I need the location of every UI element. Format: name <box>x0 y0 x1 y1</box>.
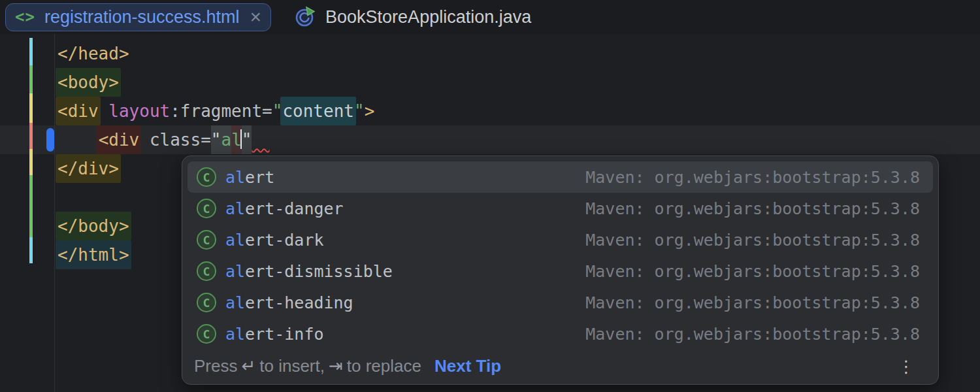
completion-item-label: alert-info <box>225 325 324 344</box>
completion-item-source: Maven: org.webjars:bootstrap:5.3.8 <box>585 293 920 312</box>
completion-item-label: alert <box>225 168 274 187</box>
tab-label: BookStoreApplication.java <box>325 7 531 27</box>
gutter-change-bars <box>29 38 33 263</box>
gutter-change-bar <box>29 149 33 175</box>
gutter-change-bar <box>29 65 33 93</box>
code-line: <div layout:fragment="content"> <box>57 97 374 125</box>
completion-item[interactable]: C alert Maven: org.webjars:bootstrap:5.3… <box>188 161 933 193</box>
gutter-change-bar <box>29 93 33 123</box>
completion-item-label: alert-dark <box>225 231 324 250</box>
more-options-icon[interactable]: ⋮ <box>898 358 915 375</box>
completion-item[interactable]: C alert-danger Maven: org.webjars:bootst… <box>188 193 933 224</box>
code-line: </head> <box>57 39 374 68</box>
code-line: <body> <box>57 68 374 97</box>
footer-hint-insert: to insert, <box>259 356 325 376</box>
css-class-icon: C <box>197 261 216 281</box>
completion-item-label: alert-dismissible <box>225 262 393 281</box>
completion-item[interactable]: C alert-dark Maven: org.webjars:bootstra… <box>188 224 933 255</box>
completion-popup: C alert Maven: org.webjars:bootstrap:5.3… <box>182 155 939 385</box>
gutter-change-bar <box>29 237 33 263</box>
css-class-icon: C <box>197 293 216 312</box>
completion-footer: Press ↵ to insert, ⇥ to replace Next Tip <box>182 351 938 384</box>
gutter-separator <box>54 34 55 392</box>
gutter-change-bar <box>29 38 33 65</box>
spring-boot-run-icon <box>294 6 316 28</box>
completion-item[interactable]: C alert-info Maven: org.webjars:bootstra… <box>188 318 933 350</box>
close-icon[interactable]: × <box>250 7 262 27</box>
completion-item-source: Maven: org.webjars:bootstrap:5.3.8 <box>585 262 920 281</box>
completion-item[interactable]: C alert-dismissible Maven: org.webjars:b… <box>188 255 933 287</box>
css-class-icon: C <box>197 199 216 218</box>
completion-item[interactable]: C alert-heading Maven: org.webjars:boots… <box>188 287 933 318</box>
css-class-icon: C <box>197 230 216 250</box>
next-tip-link[interactable]: Next Tip <box>434 356 501 376</box>
css-class-icon: C <box>197 167 216 187</box>
html-file-icon: <> <box>15 8 35 26</box>
completion-item-source: Maven: org.webjars:bootstrap:5.3.8 <box>585 168 920 187</box>
footer-hint-press: Press <box>194 356 237 376</box>
tab-label: registration-success.html <box>44 7 240 27</box>
caret-line-indicator <box>46 128 54 152</box>
editor-tab-bar: <> registration-success.html × BookStore… <box>0 0 980 34</box>
tab-bookstore-application[interactable]: BookStoreApplication.java <box>284 3 541 31</box>
completion-list: C alert Maven: org.webjars:bootstrap:5.3… <box>182 156 938 350</box>
completion-item-source: Maven: org.webjars:bootstrap:5.3.8 <box>585 231 920 250</box>
tab-registration-success[interactable]: <> registration-success.html × <box>5 3 271 31</box>
css-class-icon: C <box>197 324 216 344</box>
tab-key-icon: ⇥ <box>325 356 347 376</box>
code-line: <div class="al" <box>57 125 374 154</box>
error-squiggle-icon <box>252 137 269 148</box>
completion-item-source: Maven: org.webjars:bootstrap:5.3.8 <box>585 199 920 218</box>
gutter-change-bar <box>29 175 33 237</box>
completion-item-label: alert-danger <box>225 199 344 218</box>
completion-item-source: Maven: org.webjars:bootstrap:5.3.8 <box>585 325 920 344</box>
completion-item-label: alert-heading <box>225 293 353 312</box>
enter-key-icon: ↵ <box>237 356 259 376</box>
gutter-change-bar <box>29 123 33 149</box>
footer-hint-replace: to replace <box>347 356 421 376</box>
